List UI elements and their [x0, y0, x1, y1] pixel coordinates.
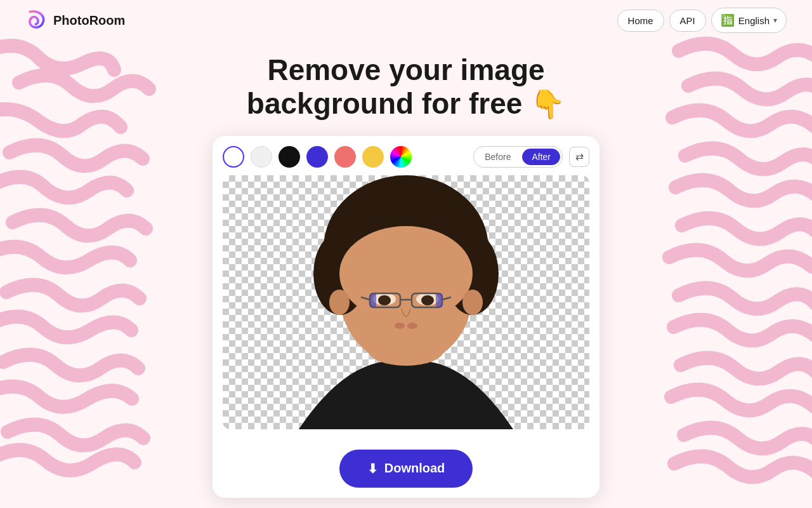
- page-headline: Remove your image background for free 👇: [247, 53, 565, 121]
- nav-links: Home API 🈯 English ▾: [617, 8, 787, 33]
- home-nav-link[interactable]: Home: [617, 10, 664, 32]
- language-label: English: [738, 15, 769, 26]
- compare-icon: ⇄: [575, 150, 584, 163]
- color-swatch-yellow[interactable]: [362, 146, 384, 168]
- svg-point-7: [329, 290, 350, 315]
- headline-line1: Remove your image: [267, 53, 544, 86]
- color-swatch-black[interactable]: [278, 146, 300, 168]
- translate-icon: 🈯: [721, 13, 735, 27]
- svg-rect-19: [370, 293, 376, 307]
- color-swatch-white[interactable]: [251, 146, 272, 168]
- logo-icon: [25, 9, 48, 32]
- color-swatch-pink[interactable]: [334, 146, 356, 168]
- svg-point-22: [368, 334, 444, 366]
- svg-point-21: [407, 323, 417, 329]
- svg-point-8: [462, 290, 483, 315]
- navbar: PhotoRoom Home API 🈯 English ▾: [0, 0, 812, 41]
- color-swatch-transparent[interactable]: [223, 146, 244, 168]
- headline-emoji: 👇: [530, 88, 565, 119]
- download-label: Download: [384, 461, 445, 476]
- download-button[interactable]: ⬇ Download: [339, 450, 473, 488]
- brand-name: PhotoRoom: [53, 13, 125, 28]
- svg-point-20: [395, 323, 405, 329]
- api-nav-link[interactable]: API: [669, 10, 706, 32]
- person-svg: [223, 175, 589, 429]
- download-icon: ⬇: [367, 461, 378, 476]
- headline-line2: background for free: [247, 87, 523, 120]
- main-content: Remove your image background for free 👇 …: [0, 41, 812, 498]
- svg-point-11: [378, 295, 391, 305]
- editor-container: Before After ⇄: [213, 136, 599, 498]
- color-swatch-purple[interactable]: [306, 146, 328, 168]
- after-toggle-button[interactable]: After: [522, 149, 560, 165]
- color-toolbar: Before After ⇄: [223, 146, 589, 168]
- svg-point-6: [339, 226, 473, 321]
- compare-icon-button[interactable]: ⇄: [569, 147, 589, 167]
- before-after-toggle: Before After: [473, 146, 563, 168]
- before-toggle-button[interactable]: Before: [476, 149, 520, 164]
- svg-rect-18: [436, 293, 442, 307]
- color-picker-button[interactable]: [390, 146, 412, 168]
- svg-point-12: [421, 295, 434, 305]
- logo-link[interactable]: PhotoRoom: [25, 9, 125, 32]
- image-canvas: [223, 175, 589, 429]
- chevron-down-icon: ▾: [773, 16, 777, 25]
- language-selector[interactable]: 🈯 English ▾: [711, 8, 787, 33]
- person-image: [223, 175, 589, 429]
